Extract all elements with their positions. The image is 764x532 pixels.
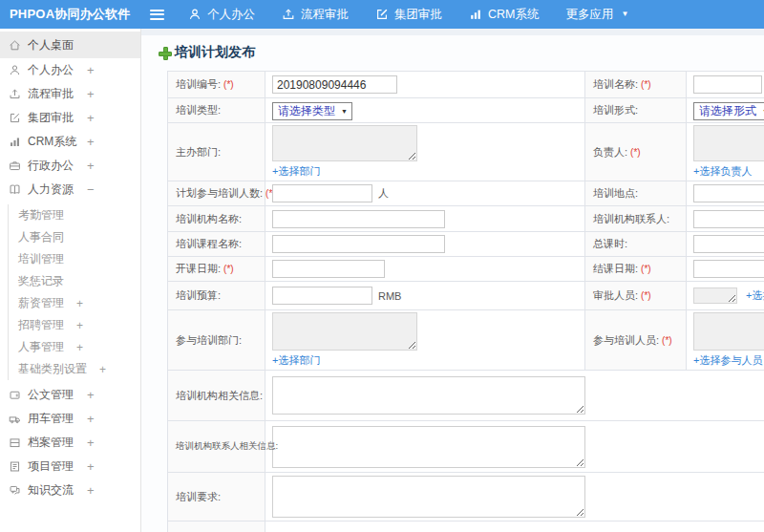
field-label: 审批人员: [593,289,638,301]
location-input[interactable] [693,184,764,202]
field-label: 培训机构相关信息: [176,390,263,401]
select-join-staff-link[interactable]: +选择参与人员 [693,353,762,368]
org-contact-input[interactable] [693,210,764,228]
field-label: 计划参与培训人数: [176,187,263,199]
required-marker: (*) [641,79,651,90]
nav-flow-approval[interactable]: 流程审批 [282,7,349,23]
expand-toggle[interactable]: + [87,436,95,450]
app-logo: PHPOA协同办公软件 [0,6,141,23]
approver-textarea[interactable] [693,287,737,304]
currency-suffix: RMB [378,290,401,302]
leader-textarea[interactable] [693,125,764,161]
flow-icon [282,8,295,21]
sidebar-subitem-base-category[interactable]: 基础类别设置+ [9,358,140,380]
start-date-input[interactable] [272,260,385,278]
host-dept-textarea[interactable] [272,125,417,161]
field-label: 培训机构名称: [176,213,242,224]
table-row: 计划参与培训人数:(*) 人 培训地点: [168,181,764,206]
sidebar-item-desktop[interactable]: 个人桌面 [0,32,140,58]
chart-icon [9,136,21,148]
sidebar-subitem-rewards[interactable]: 奖惩记录 [9,270,140,292]
select-approver-link[interactable]: +选择审批人员 [746,288,764,303]
caret-down-icon: ▼ [341,108,348,115]
field-label: 培训预算: [176,289,221,301]
sidebar-item-archives[interactable]: 档案管理 + [0,431,140,455]
org-info-textarea[interactable] [272,376,585,415]
training-form-select[interactable]: 请选择形式▼ [693,102,764,120]
select-leader-link[interactable]: +选择负责人 [693,164,752,179]
field-label: 培训课程名称: [176,238,242,249]
sidebar-subitem-salary[interactable]: 薪资管理+ [9,292,140,314]
field-label: 总课时: [593,238,627,249]
expand-toggle[interactable]: + [76,341,83,354]
document-icon [9,389,21,401]
join-staff-textarea[interactable] [693,312,764,351]
field-label: 培训编号: [176,78,221,90]
select-dept-link[interactable]: +选择部门 [272,164,320,179]
sidebar-subitem-attendance[interactable]: 考勤管理 [9,204,140,226]
field-label: 参与培训人员: [593,334,659,346]
sidebar-item-vehicles[interactable]: 用车管理 + [0,407,140,431]
hamburger-menu-icon[interactable] [150,10,164,20]
expand-toggle[interactable]: + [87,388,95,402]
expand-toggle[interactable]: + [99,363,106,376]
field-label: 负责人: [593,146,627,158]
sidebar-item-crm[interactable]: CRM系统 + [0,130,140,154]
main-content: 培训计划发布 培训编号:(*) 培训名称:(*) 培训类型: 请选择类型▼ 培训… [141,29,764,532]
sidebar-subitem-training[interactable]: 培训管理 [9,248,140,270]
sidebar-item-admin-office[interactable]: 行政办公 + [0,154,140,178]
field-label: 培训地点: [593,187,638,199]
expand-toggle[interactable]: + [87,459,95,474]
planned-count-input[interactable] [272,184,372,202]
training-type-select[interactable]: 请选择类型▼ [272,102,352,120]
org-contact-info-textarea[interactable] [272,426,585,468]
nav-personal-office[interactable]: 个人办公 [188,7,255,23]
end-date-input[interactable] [693,260,764,278]
required-marker: (*) [641,264,651,274]
total-hours-input[interactable] [693,235,764,253]
sidebar-subitem-personnel[interactable]: 人事管理+ [9,336,140,358]
expand-toggle[interactable]: + [87,483,95,498]
nav-crm[interactable]: CRM系统 [469,7,539,23]
course-name-input[interactable] [272,235,445,253]
requirements-textarea[interactable] [272,476,585,518]
sidebar-item-group-approval[interactable]: 集团审批 + [0,106,140,130]
field-label: 培训名称: [593,78,638,90]
training-name-input[interactable] [693,75,762,94]
topbar: PHPOA协同办公软件 个人办公 流程审批 集团审批 CRM系统 更多应用 ▼ [0,0,764,29]
org-name-input[interactable] [272,210,445,228]
expand-toggle[interactable]: + [87,412,95,426]
green-plus-icon [159,47,170,58]
table-row: 培训课程名称: 总课时: [168,232,764,257]
select-dept-link[interactable]: +选择部门 [272,353,320,368]
sidebar: 个人桌面 个人办公 + 流程审批 + 集团审批 + CRM系统 + 行政办公 +… [0,29,141,532]
expand-toggle[interactable]: + [87,87,95,101]
expand-toggle[interactable]: + [87,63,95,77]
expand-toggle[interactable]: + [87,135,95,149]
field-label: 主办部门: [176,146,221,158]
required-marker: (*) [641,290,651,301]
sidebar-subitem-recruit[interactable]: 招聘管理+ [9,314,140,336]
nav-more-apps[interactable]: 更多应用 ▼ [565,7,628,23]
expand-toggle[interactable]: + [87,159,95,173]
nav-group-approval[interactable]: 集团审批 [375,7,442,23]
sidebar-item-projects[interactable]: 项目管理 + [0,455,140,479]
hr-submenu: 考勤管理 人事合同 培训管理 奖惩记录 薪资管理+ 招聘管理+ 人事管理+ 基础… [8,204,140,380]
expand-toggle[interactable]: + [87,111,95,125]
table-row: 培训机构相关信息: [168,371,764,421]
table-row: 培训机构联系人相关信息: [168,421,764,473]
field-label: 参与培训部门: [176,334,242,346]
sidebar-subitem-contract[interactable]: 人事合同 [9,226,140,248]
sidebar-item-documents[interactable]: 公文管理 + [0,383,140,407]
sidebar-item-personal-office[interactable]: 个人办公 + [0,58,140,82]
join-dept-textarea[interactable] [272,312,417,351]
sidebar-item-flow-approval[interactable]: 流程审批 + [0,82,140,106]
sidebar-item-hr[interactable]: 人力资源 − [0,178,140,202]
expand-toggle[interactable]: + [76,319,83,332]
table-row: 主办部门: +选择部门 负责人:(*) +选择负责人 [168,123,764,181]
training-no-input[interactable] [272,75,397,94]
expand-toggle[interactable]: + [76,297,83,310]
budget-input[interactable] [272,287,372,305]
sidebar-item-knowledge[interactable]: 知识交流 + [0,479,140,502]
collapse-toggle[interactable]: − [87,182,95,197]
